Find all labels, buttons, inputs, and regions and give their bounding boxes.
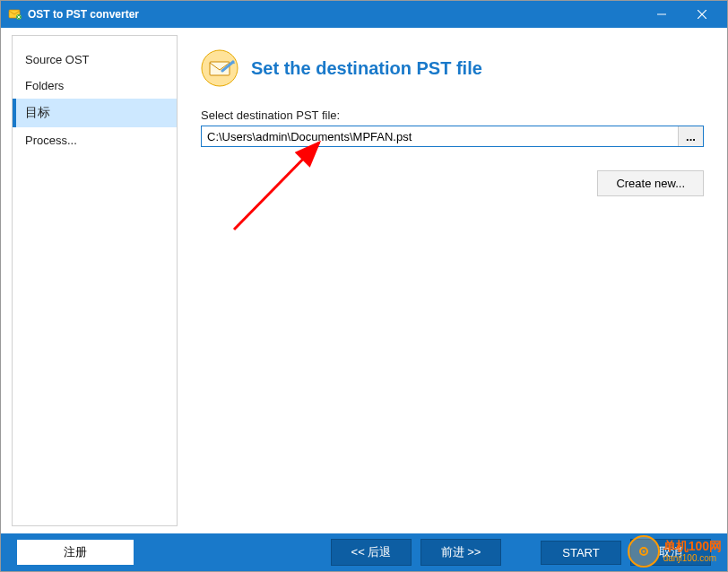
forward-button[interactable]: 前进 >> xyxy=(420,539,501,566)
sidebar-item-label: Folders xyxy=(25,79,64,92)
sidebar-item-process[interactable]: Process... xyxy=(13,127,177,153)
content-area: Source OST Folders 目标 Process... Set the… xyxy=(1,28,727,533)
sidebar-item-label: 目标 xyxy=(25,105,50,119)
sidebar-item-folders[interactable]: Folders xyxy=(13,73,177,99)
sidebar-item-label: Process... xyxy=(25,134,77,147)
footer: 注册 << 后退 前进 >> START 取消 xyxy=(1,533,727,571)
sidebar-item-source-ost[interactable]: Source OST xyxy=(13,47,177,73)
back-button[interactable]: << 后退 xyxy=(331,539,412,566)
sidebar-item-destination[interactable]: 目标 xyxy=(13,99,177,127)
main-panel: Set the destination PST file Select dest… xyxy=(178,28,727,533)
page-title: Set the destination PST file xyxy=(251,58,482,79)
sidebar: Source OST Folders 目标 Process... xyxy=(12,35,178,526)
minimize-button[interactable] xyxy=(641,1,681,28)
outlook-envelope-icon xyxy=(201,49,238,87)
page-header: Set the destination PST file xyxy=(201,49,704,87)
cancel-button[interactable]: 取消 xyxy=(630,539,711,566)
window-title: OST to PST converter xyxy=(28,8,641,21)
app-icon xyxy=(8,7,22,22)
create-new-button[interactable]: Create new... xyxy=(597,170,704,196)
window-controls xyxy=(641,1,722,28)
titlebar: OST to PST converter xyxy=(1,1,727,28)
close-button[interactable] xyxy=(681,1,722,28)
browse-button[interactable]: ... xyxy=(678,126,703,146)
start-button[interactable]: START xyxy=(541,541,621,565)
register-button[interactable]: 注册 xyxy=(17,540,134,565)
destination-field-label: Select destination PST file: xyxy=(201,108,704,122)
destination-path-row: ... xyxy=(201,126,704,147)
sidebar-item-label: Source OST xyxy=(25,53,90,66)
destination-path-input[interactable] xyxy=(202,126,678,146)
